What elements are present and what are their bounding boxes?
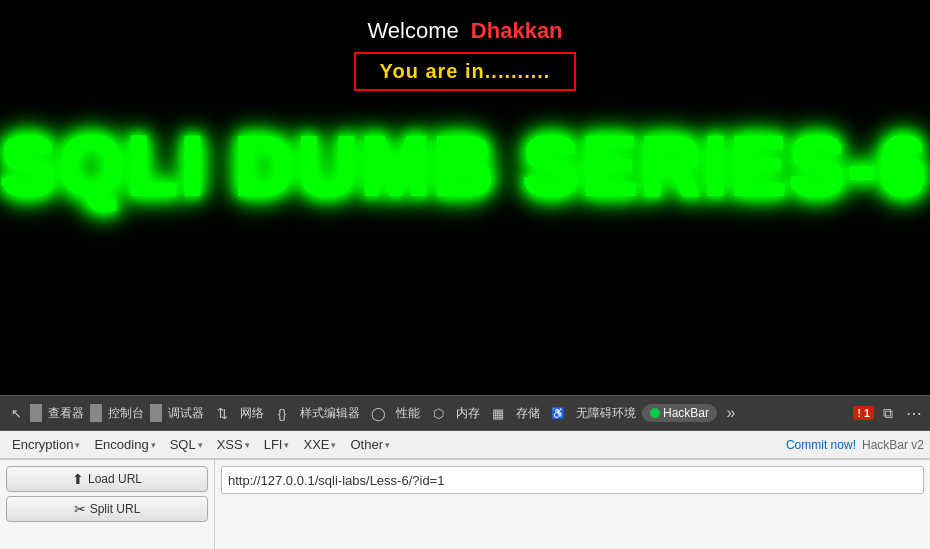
split-url-icon: ✂ bbox=[74, 501, 86, 517]
memory-icon: ⬡ bbox=[426, 401, 450, 425]
split-url-row: ✂ Split URL bbox=[6, 496, 208, 522]
toolbar-btn-memory[interactable]: 内存 bbox=[452, 403, 484, 424]
more-tools-icon[interactable]: » bbox=[719, 401, 743, 425]
toolbar-btn-viewer[interactable]: 查看器 bbox=[44, 403, 88, 424]
url-input[interactable] bbox=[221, 466, 924, 494]
hackbar-menu: Encryption ▾ Encoding ▾ SQL ▾ XSS ▾ LFI … bbox=[0, 431, 930, 459]
toolbar-btn-debugger[interactable]: 调试器 bbox=[164, 403, 208, 424]
encryption-dropdown-arrow: ▾ bbox=[75, 440, 80, 450]
toolbar-btn-storage[interactable]: 存储 bbox=[512, 403, 544, 424]
menu-xxe[interactable]: XXE ▾ bbox=[297, 435, 342, 454]
welcome-text: Welcome bbox=[367, 18, 458, 43]
load-url-row: ⬆ Load URL bbox=[6, 466, 208, 492]
main-content: Welcome Dhakkan You are in.......... SQL… bbox=[0, 0, 930, 395]
load-url-icon: ⬆ bbox=[72, 471, 84, 487]
hackbar-green-dot bbox=[650, 408, 660, 418]
other-dropdown-arrow: ▾ bbox=[385, 440, 390, 450]
sql-dropdown-arrow: ▾ bbox=[198, 440, 203, 450]
sqli-title: SQLI DUMB SERIES-6 bbox=[1, 119, 930, 213]
toolbar-btn-accessibility[interactable]: 无障碍环境 bbox=[572, 403, 640, 424]
accessibility-icon: ♿ bbox=[546, 401, 570, 425]
viewer-icon bbox=[30, 404, 42, 422]
menu-sql[interactable]: SQL ▾ bbox=[164, 435, 209, 454]
network-icon: ⇅ bbox=[210, 401, 234, 425]
browser-toolbar: ↖ 查看器 控制台 调试器 ⇅ 网络 {} 样式编辑器 ◯ 性能 ⬡ 内存 ▦ … bbox=[0, 395, 930, 431]
hackbar-version: HackBar v2 bbox=[862, 438, 924, 452]
xxe-dropdown-arrow: ▾ bbox=[331, 440, 336, 450]
menu-lfi[interactable]: LFI ▾ bbox=[258, 435, 296, 454]
split-url-button[interactable]: ✂ Split URL bbox=[6, 496, 208, 522]
menu-encryption[interactable]: Encryption ▾ bbox=[6, 435, 86, 454]
error-badge[interactable]: ! 1 bbox=[853, 406, 874, 420]
perf-icon: ◯ bbox=[366, 401, 390, 425]
cursor-icon[interactable]: ↖ bbox=[4, 401, 28, 425]
hackbar-panel: ⬆ Load URL ✂ Split URL bbox=[0, 459, 930, 549]
console-icon bbox=[90, 404, 102, 422]
hackbar-toolbar-btn[interactable]: HackBar bbox=[642, 404, 717, 422]
storage-icon: ▦ bbox=[486, 401, 510, 425]
debugger-icon bbox=[150, 404, 162, 422]
toolbar-btn-style[interactable]: 样式编辑器 bbox=[296, 403, 364, 424]
toolbar-btn-perf[interactable]: 性能 bbox=[392, 403, 424, 424]
load-url-button[interactable]: ⬆ Load URL bbox=[6, 466, 208, 492]
xss-dropdown-arrow: ▾ bbox=[245, 440, 250, 450]
menu-icon[interactable]: ⋯ bbox=[902, 401, 926, 425]
toolbar-btn-network[interactable]: 网络 bbox=[236, 403, 268, 424]
hackbar-right-panel bbox=[215, 460, 930, 549]
encoding-dropdown-arrow: ▾ bbox=[151, 440, 156, 450]
you-are-in-box: You are in.......... bbox=[354, 52, 577, 91]
toolbar-btn-console[interactable]: 控制台 bbox=[104, 403, 148, 424]
hackbar-left-panel: ⬆ Load URL ✂ Split URL bbox=[0, 460, 215, 549]
style-editor-icon: {} bbox=[270, 401, 294, 425]
lfi-dropdown-arrow: ▾ bbox=[284, 440, 289, 450]
menu-encoding[interactable]: Encoding ▾ bbox=[88, 435, 161, 454]
welcome-line: Welcome Dhakkan bbox=[367, 18, 562, 44]
menu-xss[interactable]: XSS ▾ bbox=[211, 435, 256, 454]
username-text: Dhakkan bbox=[471, 18, 563, 43]
copy-icon[interactable]: ⧉ bbox=[876, 401, 900, 425]
commit-link[interactable]: Commit now! bbox=[786, 438, 856, 452]
menu-other[interactable]: Other ▾ bbox=[344, 435, 396, 454]
